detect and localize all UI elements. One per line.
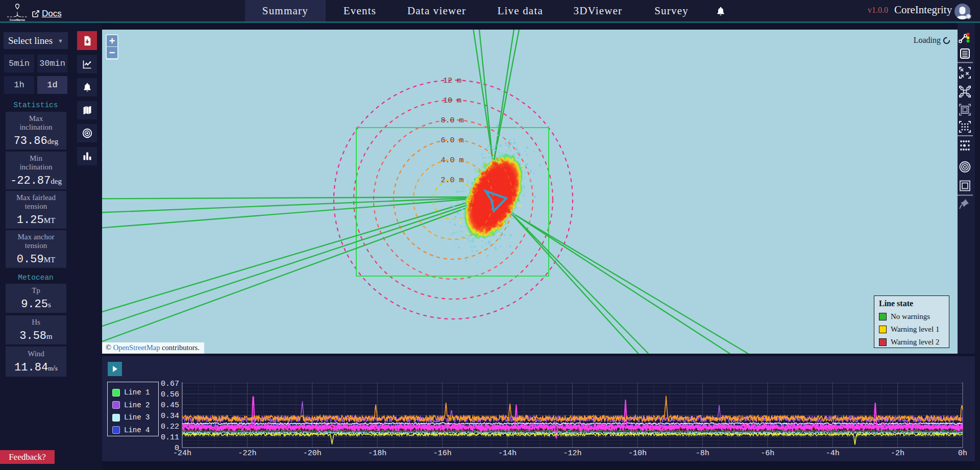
svg-text:-24h: -24h [173,449,191,458]
svg-text:0.34: 0.34 [161,412,179,420]
svg-text:-14h: -14h [498,449,517,458]
svg-text:-8h: -8h [696,449,709,458]
svg-text:8.0 m: 8.0 m [440,116,463,125]
svg-text:0.11: 0.11 [161,433,179,442]
svg-text:-20h: -20h [303,449,322,458]
svg-text:-2h: -2h [891,449,904,458]
svg-text:10 m: 10 m [443,96,461,105]
svg-text:-16h: -16h [433,449,452,458]
svg-text:0h: 0h [958,449,967,458]
svg-text:-10h: -10h [628,449,647,458]
svg-text:-22h: -22h [238,449,256,458]
svg-text:-6h: -6h [761,449,774,458]
svg-text:12 m: 12 m [443,77,461,85]
svg-text:-12h: -12h [563,449,581,458]
svg-text:0.56: 0.56 [161,390,179,399]
svg-text:0.45: 0.45 [161,401,179,410]
svg-text:0.22: 0.22 [161,423,179,431]
svg-text:0.67: 0.67 [161,380,179,388]
svg-text:-18h: -18h [368,449,386,458]
svg-text:-4h: -4h [826,449,840,458]
